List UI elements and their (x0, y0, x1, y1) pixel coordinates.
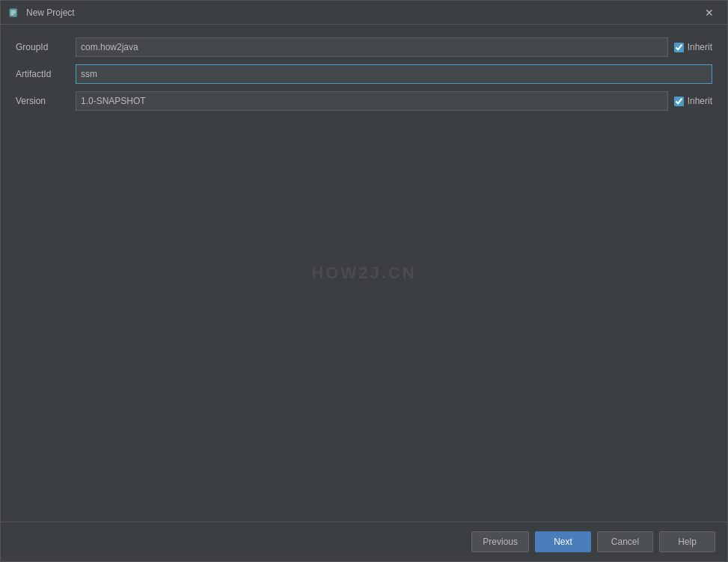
version-inherit-container: Inherit (674, 96, 712, 106)
groupid-input[interactable] (76, 37, 668, 57)
svg-rect-2 (11, 12, 16, 13)
version-inherit-checkbox[interactable] (674, 97, 684, 106)
groupid-row: GroupId Inherit (16, 37, 712, 58)
watermark: HOW2J.CN (311, 263, 416, 283)
version-input[interactable] (76, 91, 668, 111)
next-button[interactable]: Next (535, 531, 591, 552)
close-button[interactable]: ✕ (699, 2, 720, 23)
groupid-label: GroupId (16, 42, 76, 52)
dialog-icon (8, 7, 20, 19)
version-row: Version Inherit (16, 91, 712, 112)
groupid-inherit-label: Inherit (688, 42, 712, 52)
previous-button[interactable]: Previous (471, 531, 529, 552)
dialog: New Project ✕ GroupId Inherit ArtifactId… (0, 0, 728, 562)
version-label: Version (16, 96, 76, 106)
artifactid-input[interactable] (76, 64, 712, 84)
artifactid-row: ArtifactId (16, 64, 712, 85)
content-area: GroupId Inherit ArtifactId Version Inher… (1, 25, 727, 522)
version-inherit-label: Inherit (688, 96, 712, 106)
button-bar: Previous Next Cancel Help (1, 522, 727, 561)
cancel-button[interactable]: Cancel (597, 531, 653, 552)
svg-rect-3 (11, 13, 14, 14)
help-button[interactable]: Help (659, 531, 715, 552)
dialog-title: New Project (26, 7, 699, 18)
title-bar: New Project ✕ (1, 1, 727, 25)
artifactid-label: ArtifactId (16, 69, 76, 79)
svg-rect-1 (11, 10, 16, 11)
groupid-inherit-container: Inherit (674, 42, 712, 52)
groupid-inherit-checkbox[interactable] (674, 43, 684, 52)
